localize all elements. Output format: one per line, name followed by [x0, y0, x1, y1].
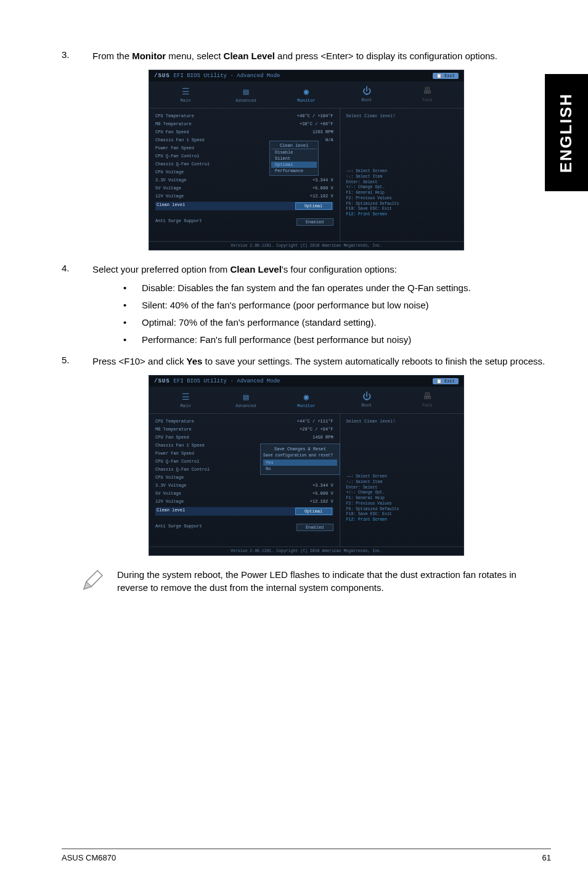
tab-boot[interactable]: ⏻Boot — [337, 81, 397, 108]
step-text: Select your preferred option from Clean … — [92, 263, 397, 276]
step-number: 4. — [62, 263, 92, 276]
tool-icon: 🖶 — [399, 392, 455, 402]
step-text: Press <F10> and click Yes to save your s… — [92, 355, 545, 368]
bios-title: EFI BIOS Utility - Advanced Mode — [174, 378, 280, 384]
note-text: During the system reboot, the Power LED … — [117, 568, 533, 594]
chip-icon: ▤ — [218, 86, 274, 97]
exit-button[interactable]: 📋 Exit — [433, 378, 459, 384]
save-dialog: Save Changes & Reset Save configuration … — [260, 444, 340, 475]
dropdown-opt-performance[interactable]: Performance — [271, 168, 317, 174]
dialog-no[interactable]: No — [263, 466, 337, 472]
clean-level-dropdown[interactable]: Clean level Disable Silent Optimal Perfo… — [269, 141, 319, 176]
help-keys: →←: Select Screen ↑↓: Select Item Enter:… — [346, 169, 457, 218]
note: During the system reboot, the Power LED … — [80, 568, 533, 595]
help-keys: →←: Select Screen ↑↓: Select Item Enter:… — [346, 474, 457, 523]
bios-tabs: ☰Main ▤Advanced ◉Monitor ⏻Boot 🖶Tool — [149, 387, 463, 414]
bios-footer: Version 2.00.1201. Copyright (C) 2010 Am… — [149, 547, 463, 555]
tab-monitor[interactable]: ◉Monitor — [276, 81, 337, 108]
monitor-icon: ◉ — [279, 392, 334, 402]
language-tab: ENGLISH — [545, 74, 588, 191]
page-footer: ASUS CM6870 61 — [62, 848, 551, 862]
chip-icon: ▤ — [218, 392, 274, 402]
power-icon: ⏻ — [339, 86, 394, 96]
step-3: 3. From the Monitor menu, select Clean L… — [62, 49, 551, 62]
anti-surge-select[interactable]: Enabled — [296, 524, 333, 531]
step-4: 4. Select your preferred option from Cle… — [62, 263, 551, 276]
tab-main[interactable]: ☰Main — [155, 81, 216, 108]
dropdown-opt-optimal[interactable]: Optimal — [271, 162, 317, 168]
bios-settings-list: CPU Temperature+40°C / +104°F MB Tempera… — [149, 109, 340, 241]
list-icon: ☰ — [158, 392, 213, 402]
step-5: 5. Press <F10> and click Yes to save you… — [62, 355, 551, 368]
list-icon: ☰ — [158, 86, 213, 97]
monitor-icon: ◉ — [279, 86, 334, 97]
step-number: 3. — [62, 49, 92, 62]
bios-screenshot-1: /SUS EFI BIOS Utility - Advanced Mode 📋 … — [149, 70, 464, 250]
clean-level-select[interactable]: Optimal — [295, 202, 332, 210]
anti-surge-select[interactable]: Enabled — [296, 218, 333, 226]
tool-icon: 🖶 — [399, 86, 455, 96]
bios-title: EFI BIOS Utility - Advanced Mode — [174, 73, 280, 79]
tab-tool[interactable]: 🖶Tool — [397, 81, 457, 108]
tab-advanced[interactable]: ▤Advanced — [216, 81, 276, 108]
tab-tool[interactable]: 🖶Tool — [397, 387, 457, 413]
bios-settings-list: CPU Temperature+44°C / +111°F MB Tempera… — [149, 414, 340, 547]
power-icon: ⏻ — [339, 392, 394, 402]
clean-level-select[interactable]: Optimal — [295, 508, 332, 515]
tab-main[interactable]: ☰Main — [155, 387, 216, 413]
tab-advanced[interactable]: ▤Advanced — [216, 387, 276, 413]
bullet-list: •Disable: Disables the fan system and th… — [117, 281, 551, 347]
step-text: From the Monitor menu, select Clean Leve… — [92, 49, 497, 62]
footer-page-number: 61 — [542, 853, 551, 862]
help-text: Select Clean level! — [346, 419, 457, 424]
bios-screenshot-2: /SUS EFI BIOS Utility - Advanced Mode 📋 … — [149, 375, 464, 556]
dropdown-opt-silent[interactable]: Silent — [271, 155, 317, 162]
step-number: 5. — [62, 355, 92, 368]
asus-logo: /SUS — [154, 378, 170, 384]
tab-boot[interactable]: ⏻Boot — [337, 387, 397, 413]
help-text: Select Clean level! — [346, 113, 457, 118]
tab-monitor[interactable]: ◉Monitor — [276, 387, 337, 413]
dropdown-opt-disable[interactable]: Disable — [271, 149, 317, 155]
bios-tabs: ☰Main ▤Advanced ◉Monitor ⏻Boot 🖶Tool — [149, 81, 463, 109]
bios-footer: Version 2.00.1201. Copyright (C) 2010 Am… — [149, 241, 463, 250]
dialog-yes[interactable]: Yes — [263, 460, 337, 466]
exit-button[interactable]: 📋 Exit — [433, 73, 459, 79]
pencil-icon — [80, 568, 117, 595]
footer-model: ASUS CM6870 — [62, 853, 116, 862]
asus-logo: /SUS — [154, 73, 170, 79]
